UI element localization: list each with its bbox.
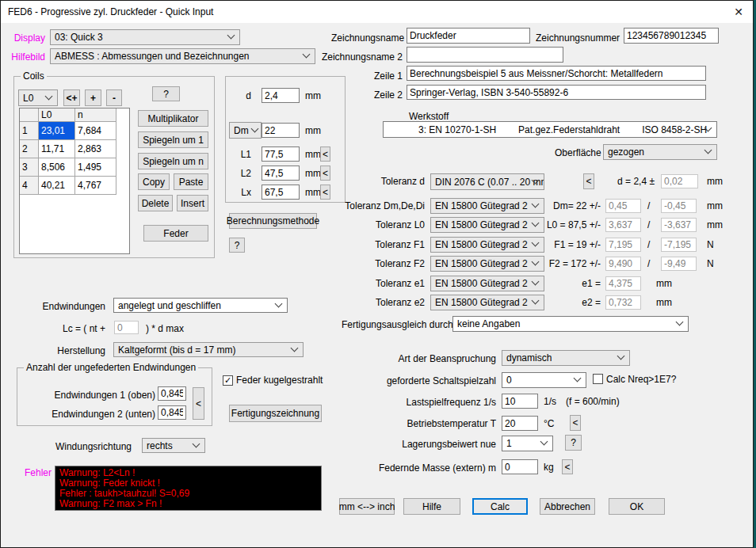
fertigungszeichnung-button[interactable]: Fertigungszeichnung (229, 405, 322, 422)
cell-n[interactable]: 7,684 (75, 122, 116, 140)
lx-field[interactable] (262, 185, 300, 200)
zeichnungsnummer-field[interactable] (624, 28, 719, 44)
toleranz-d-value-field[interactable] (661, 174, 698, 188)
oberflaeche-combobox[interactable]: gezogen (603, 144, 717, 160)
endwindungen-pick-button[interactable]: < (193, 387, 204, 420)
dm-combobox[interactable]: Dm (229, 122, 262, 139)
lagerungsbeiwert-value: 1 (506, 438, 512, 449)
endwindungen-anzahl-group-label: Anzahl der ungefederten Endwindungen (24, 362, 198, 373)
abbrechen-button[interactable]: Abbrechen (540, 498, 595, 515)
l1-pick-button[interactable]: < (320, 147, 330, 162)
coils-table: L0 [mm] n 1 23,01 7,684 2 11,71 2,863 3 … (19, 108, 130, 254)
row-header[interactable]: 3 (20, 158, 39, 177)
berechnungsmethode-button[interactable]: Berechnungsmethode (229, 213, 317, 229)
toleranz-l0-minus-field[interactable] (661, 218, 697, 232)
toleranz-e2-value-field[interactable] (605, 295, 641, 310)
close-icon[interactable]: ✕ (730, 4, 747, 20)
insert-button[interactable]: Insert (177, 195, 208, 211)
toleranz-f2-plus-field[interactable] (605, 257, 641, 271)
multiplikator-button[interactable]: Multiplikator (138, 110, 208, 127)
title-bar: FED6 - Progressive zyl. Druckfeder - Qui… (1, 1, 753, 23)
row-header[interactable]: 1 (20, 122, 39, 140)
display-combobox[interactable]: 03: Quick 3 (50, 29, 240, 45)
endwindungen2-field[interactable] (158, 405, 186, 420)
zeichnungsname2-field[interactable] (407, 47, 563, 63)
spiegeln-um-1-button[interactable]: Spiegeln um 1 (138, 131, 208, 148)
betriebstemperatur-pick-button[interactable]: < (570, 415, 581, 431)
calc-nreq-checkbox[interactable] (593, 374, 603, 384)
header-cell-l0: L0 [mm] (39, 108, 75, 122)
betriebstemperatur-field[interactable] (502, 416, 538, 431)
toleranz-dm-result-label: Dm= 22 +/- (508, 200, 601, 211)
spiegeln-um-n-button[interactable]: Spiegeln um n (138, 153, 208, 169)
toleranz-f2-unit: N (707, 258, 714, 269)
zeile2-field[interactable] (407, 85, 706, 100)
row-header[interactable]: 4 (20, 177, 39, 195)
schaltspielzahl-value: 0 (506, 375, 512, 386)
fertigungsausgleich-combobox[interactable]: keine Angaben (452, 316, 689, 332)
endwindungen1-field[interactable] (158, 386, 186, 401)
copy-button[interactable]: Copy (138, 173, 170, 190)
d-unit: mm (305, 90, 321, 101)
lagerungsbeiwert-help-button[interactable]: ? (565, 435, 582, 451)
windungsrichtung-combobox[interactable]: rechts (142, 438, 205, 453)
federnde-masse-field[interactable] (502, 459, 538, 474)
coils-mode-value: L0 (23, 93, 33, 104)
lx-pick-button[interactable]: < (320, 185, 330, 200)
l1-field[interactable] (262, 147, 300, 162)
mm-inch-button[interactable]: mm <--> inch (339, 498, 395, 515)
cell-l0[interactable]: 40,21 (39, 177, 75, 195)
coils-add-button[interactable]: + (85, 89, 101, 106)
herstellung-label: Herstellung (32, 345, 105, 356)
endwindungen-combobox[interactable]: angelegt und geschliffen (113, 298, 288, 313)
d-field[interactable] (262, 88, 300, 103)
toleranz-l0-plus-field[interactable] (605, 218, 641, 232)
cell-l0[interactable]: 8,506 (39, 158, 75, 177)
hilfe-button[interactable]: Hilfe (403, 498, 460, 515)
cell-n[interactable]: 2,863 (75, 140, 116, 158)
lc-field[interactable] (114, 321, 139, 334)
toleranz-f1-minus-field[interactable] (661, 238, 697, 252)
cell-l0[interactable]: 11,71 (39, 140, 75, 158)
cell-n[interactable]: 4,767 (75, 177, 116, 195)
row-header[interactable]: 2 (20, 140, 39, 158)
werkstoff-combobox[interactable]: 3: EN 10270-1-SH Pat.gez.Federstahldraht… (383, 121, 717, 138)
calc-button[interactable]: Calc (472, 498, 528, 515)
herstellung-combobox[interactable]: Kaltgeformt (bis d = 17 mm) (113, 342, 304, 357)
beanspruchung-combobox[interactable]: dynamisch (502, 350, 630, 366)
lastspielfrequenz-field[interactable] (502, 394, 538, 409)
dm-field[interactable] (262, 123, 300, 138)
slash-label: / (647, 239, 650, 250)
paste-button[interactable]: Paste (174, 173, 208, 190)
coils-help-button[interactable]: ? (152, 86, 180, 101)
zeichnungsname2-label: Zeichnungsname 2 (318, 51, 403, 63)
feder-button[interactable]: Feder (143, 225, 208, 242)
hilfebild-combobox[interactable]: ABMESS : Abmessungen und Bezeichnungen (50, 48, 315, 64)
lagerungsbeiwert-combobox[interactable]: 1 (502, 436, 553, 451)
toleranz-e2-label: Toleranz e2 (334, 297, 425, 308)
toleranz-f2-minus-field[interactable] (661, 257, 697, 271)
zeile1-field[interactable] (407, 66, 706, 81)
cell-n[interactable]: 1,495 (75, 158, 116, 177)
toleranz-d-combobox[interactable]: DIN 2076 C (0.07 .. 20 mm) (430, 173, 544, 190)
cell-l0[interactable]: 23,01 (39, 122, 75, 140)
delete-button[interactable]: Delete (138, 195, 173, 211)
toleranz-f1-plus-field[interactable] (605, 238, 641, 252)
coils-mode-combobox[interactable]: L0 (18, 89, 58, 106)
federnde-masse-pick-button[interactable]: < (562, 459, 573, 474)
werkstoff-value-1: 3: EN 10270-1-SH (418, 124, 496, 135)
dims-help-button[interactable]: ? (229, 238, 245, 253)
feder-kugelgestrahlt-checkbox[interactable]: ✓ (223, 375, 233, 386)
ok-button[interactable]: OK (609, 498, 665, 515)
l2-field[interactable] (262, 166, 300, 181)
toleranz-e1-value-field[interactable] (605, 276, 641, 291)
toleranz-dm-plus-field[interactable] (605, 199, 641, 213)
toleranz-e2-unit: mm (656, 297, 672, 308)
coils-transfer-button[interactable]: <+ (63, 89, 80, 106)
schaltspielzahl-combobox[interactable]: 0 (502, 372, 586, 388)
coils-table-header: L0 [mm] n (20, 108, 129, 122)
coils-remove-button[interactable]: - (106, 89, 122, 106)
zeichnungsname-field[interactable] (407, 28, 530, 44)
toleranz-dm-minus-field[interactable] (661, 199, 697, 213)
l2-pick-button[interactable]: < (320, 166, 330, 181)
